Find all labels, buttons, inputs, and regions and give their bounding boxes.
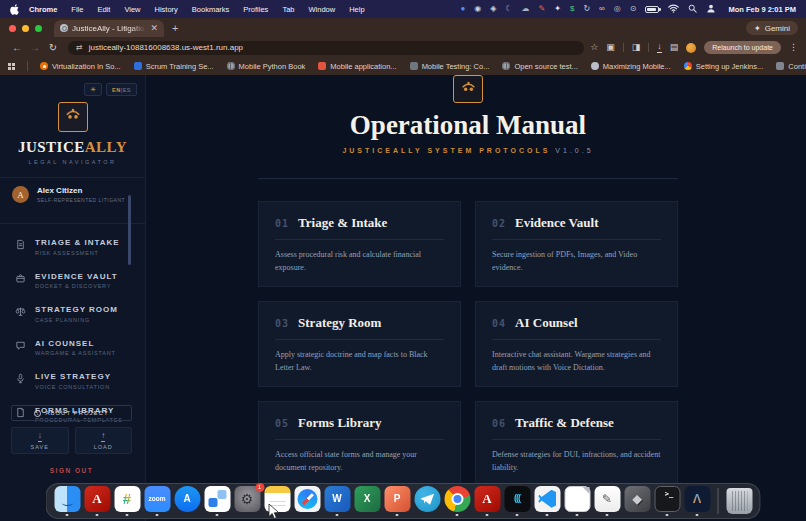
menu-item[interactable]: Chrome: [29, 5, 57, 14]
textedit-icon[interactable]: ✎: [594, 486, 620, 512]
bookmark-virtualization[interactable]: Virtualization In So...: [40, 62, 121, 71]
shield-icon[interactable]: ◈: [490, 5, 496, 13]
apps-grid-icon[interactable]: [8, 63, 15, 70]
menu-item[interactable]: History: [155, 5, 178, 14]
link-icon[interactable]: ∞: [599, 5, 605, 13]
close-window-button[interactable]: [9, 25, 16, 32]
bookmark-open-source[interactable]: Open source test...: [502, 62, 577, 71]
menu-item[interactable]: View: [124, 5, 140, 14]
menu-item[interactable]: Help: [349, 5, 364, 14]
extensions-icon[interactable]: ▣: [606, 43, 615, 52]
reload-button[interactable]: ↻: [44, 43, 62, 53]
dock-item: [564, 486, 591, 517]
slack-icon[interactable]: #: [114, 486, 140, 512]
new-tab-button[interactable]: +: [172, 23, 178, 34]
sidebar-item-live-strategy[interactable]: LIVE STRATEGYVOICE CONSULTATION: [0, 364, 145, 398]
side-panel-icon[interactable]: ◨: [632, 43, 641, 52]
about-project-button[interactable]: i ABOUT PROJECT: [11, 405, 132, 421]
forward-button[interactable]: →: [26, 43, 44, 53]
tab-close-icon[interactable]: ✕: [150, 24, 158, 33]
moon-icon[interactable]: ☾: [505, 5, 512, 13]
app-store-icon[interactable]: A: [174, 486, 200, 512]
bookmark-scrum-training[interactable]: Scrum Training Se...: [134, 62, 214, 71]
bookmark-mobile-application[interactable]: Mobile application...: [318, 62, 396, 71]
download-icon[interactable]: ↓: [657, 42, 662, 53]
google-chrome-icon[interactable]: [444, 486, 470, 512]
browser-tab[interactable]: JusticeAlly - Litigation Strate ✕: [54, 20, 164, 37]
maximize-window-button[interactable]: [35, 25, 42, 32]
save-button[interactable]: ↓ SAVE: [11, 427, 69, 454]
anaconda-icon[interactable]: Λ: [684, 486, 710, 512]
zoom-icon[interactable]: zoom: [144, 486, 170, 512]
bookmark-jenkins[interactable]: Setting up Jenkins...: [684, 62, 764, 71]
screen-share-dot-icon[interactable]: ●: [460, 5, 465, 13]
sidebar-item-triage-intake[interactable]: TRIAGE & INTAKERISK ASSESSMENT: [0, 230, 145, 264]
documents-app-icon[interactable]: [564, 486, 590, 512]
camera-icon[interactable]: ◉: [474, 5, 481, 13]
bookmark-maximizing-mobile[interactable]: Maximizing Mobile...: [591, 62, 671, 71]
sidebar-scrollbar[interactable]: [128, 195, 131, 265]
gemini-button[interactable]: ✦ Gemini: [746, 21, 798, 35]
menu-item[interactable]: Bookmarks: [192, 5, 230, 14]
card-ai-counsel[interactable]: 04AI CounselInteractive chat assistant. …: [475, 301, 678, 387]
adobe-acrobat-icon[interactable]: A: [84, 486, 110, 512]
relaunch-to-update-button[interactable]: Relaunch to update: [704, 41, 781, 54]
menu-item[interactable]: Tab: [282, 5, 294, 14]
dollar-icon[interactable]: $: [570, 5, 574, 13]
blue-tiles-app-icon[interactable]: [204, 486, 230, 512]
sparkle-icon[interactable]: ✦: [554, 5, 561, 13]
load-button[interactable]: ↑ LOAD: [75, 427, 133, 454]
sidebar-item-strategy-room[interactable]: STRATEGY ROOMCASE PLANNING: [0, 297, 145, 331]
bookmark-mobile-testing[interactable]: Mobile Testing: Co...: [410, 62, 490, 71]
card-triage-intake[interactable]: 01Triage & IntakeAssess procedural risk …: [258, 201, 461, 287]
adobe-acrobat-alt-icon[interactable]: A: [474, 486, 500, 512]
menu-bar-clock[interactable]: Mon Feb 9 2:01 PM: [728, 5, 796, 14]
pen-icon[interactable]: ✎: [539, 5, 546, 13]
system-settings-icon[interactable]: ⚙1: [234, 486, 260, 512]
theme-toggle-button[interactable]: ☀: [84, 83, 102, 96]
card-traffic-defense[interactable]: 06Traffic & DefenseDefense strategies fo…: [475, 401, 678, 487]
minimize-window-button[interactable]: [22, 25, 29, 32]
translate-icon[interactable]: ▤: [670, 43, 679, 52]
menu-item[interactable]: Window: [308, 5, 335, 14]
menu-item[interactable]: Profiles: [243, 5, 268, 14]
ms-powerpoint-icon[interactable]: P: [384, 486, 410, 512]
language-toggle-button[interactable]: EN | ES: [106, 83, 137, 96]
card-strategy-room[interactable]: 03Strategy RoomApply strategic doctrine …: [258, 301, 461, 387]
menu-item[interactable]: Edit: [97, 5, 110, 14]
menu-item[interactable]: File: [71, 5, 83, 14]
ms-excel-icon[interactable]: X: [354, 486, 380, 512]
record-icon[interactable]: ◎: [614, 5, 621, 13]
user-profile[interactable]: A Alex Citizen SELF-REPRESENTED LITIGANT: [0, 178, 145, 211]
address-bar[interactable]: ⇄ justiceally-108816008638.us-west1.run.…: [68, 41, 584, 55]
back-button[interactable]: ←: [8, 43, 26, 53]
terminal-icon[interactable]: >_: [654, 486, 680, 512]
vs-code-icon[interactable]: [534, 486, 560, 512]
sign-out-button[interactable]: SIGN OUT: [11, 467, 132, 474]
chrome-menu-icon[interactable]: ⋮: [789, 43, 798, 52]
cloud-icon[interactable]: ☁: [522, 5, 530, 13]
sidebar-item-ai-counsel[interactable]: AI COUNSELWARGAME & ASSISTANT: [0, 331, 145, 365]
safari-icon[interactable]: [294, 486, 320, 512]
profile-avatar[interactable]: [686, 43, 696, 53]
apple-menu-icon[interactable]: [10, 4, 19, 15]
trash-icon[interactable]: [726, 488, 752, 514]
sidebar-item-evidence-vault[interactable]: EVIDENCE VAULTDOCKET & DISCOVERY: [0, 264, 145, 298]
audio-waves-app-icon[interactable]: (((: [504, 486, 530, 512]
finder-icon[interactable]: [54, 486, 80, 512]
telegram-icon[interactable]: [414, 486, 440, 512]
wifi-icon[interactable]: [668, 4, 679, 15]
bookmark-star-icon[interactable]: ☆: [590, 43, 598, 52]
card-evidence-vault[interactable]: 02Evidence VaultSecure ingestion of PDFs…: [475, 201, 678, 287]
play-circle-icon[interactable]: ⊙: [630, 5, 637, 13]
cube-app-icon[interactable]: ◆: [624, 486, 650, 512]
sync-icon[interactable]: ↻: [583, 5, 590, 13]
battery-icon[interactable]: [645, 6, 659, 13]
site-info-icon[interactable]: ⇄: [76, 43, 83, 52]
ms-word-icon[interactable]: W: [324, 486, 350, 512]
spotlight-search-icon[interactable]: [688, 4, 697, 15]
bookmark-continuous-integration[interactable]: Continuous Integr...: [776, 62, 806, 71]
bookmark-mobile-python[interactable]: Mobile Python Book: [227, 62, 306, 71]
card-forms-library[interactable]: 05Forms LibraryAccess official state for…: [258, 401, 461, 487]
user-switch-icon[interactable]: [706, 4, 716, 15]
